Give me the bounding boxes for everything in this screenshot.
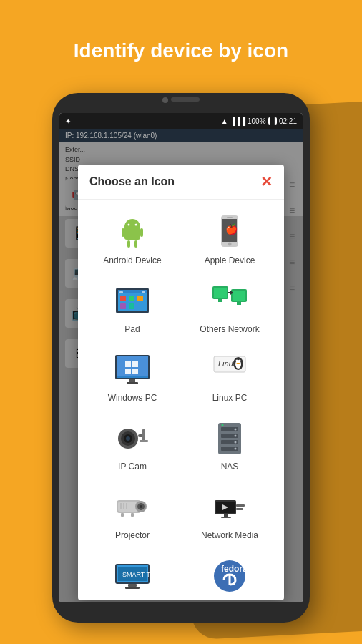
- svg-point-64: [235, 448, 237, 450]
- svg-rect-39: [117, 376, 148, 378]
- svg-rect-27: [218, 299, 222, 302]
- phone-screen: ✦ ▲ ▐▐▐ 100% █ 02:21 IP: 192.168.1.105/2…: [59, 113, 303, 602]
- phone-speaker: [171, 97, 200, 102]
- front-camera: [162, 97, 168, 103]
- svg-point-12: [228, 243, 232, 246]
- svg-rect-24: [129, 303, 134, 309]
- ipcam-icon: [114, 420, 151, 457]
- svg-rect-38: [132, 369, 138, 374]
- android-icon: [114, 214, 151, 251]
- wifi-icon: ▲: [221, 117, 228, 125]
- svg-rect-74: [121, 513, 124, 517]
- svg-point-60: [235, 435, 237, 437]
- svg-rect-1: [124, 227, 140, 240]
- svg-rect-9: [134, 240, 137, 248]
- svg-point-58: [235, 429, 237, 431]
- android-label: Android Device: [103, 255, 161, 265]
- netmedia-icon: [211, 489, 248, 526]
- svg-rect-7: [140, 228, 143, 237]
- svg-rect-6: [122, 228, 124, 237]
- svg-rect-23: [120, 303, 126, 309]
- signal-icon: ▐▐▐: [230, 117, 245, 125]
- icon-item-smarttv[interactable]: SMART TV Smart TV: [84, 549, 181, 600]
- svg-text:🍎: 🍎: [225, 223, 238, 235]
- icon-item-fedora[interactable]: fedora Fefora: [181, 549, 278, 600]
- icon-item-projector[interactable]: Projector: [84, 480, 181, 549]
- battery-bar: █: [268, 117, 277, 125]
- svg-point-65: [222, 424, 224, 426]
- projector-icon: [114, 489, 151, 526]
- windows-icon: [114, 351, 151, 389]
- projector-label: Projector: [115, 530, 150, 540]
- smarttv-icon: SMART TV: [114, 557, 151, 595]
- windows-label: Windows PC: [108, 393, 157, 403]
- svg-rect-22: [137, 296, 143, 301]
- icon-item-nas[interactable]: NAS: [181, 411, 278, 480]
- phone-shell: ✦ ▲ ▐▐▐ 100% █ 02:21 IP: 192.168.1.105/2…: [52, 93, 310, 623]
- svg-rect-75: [131, 513, 134, 517]
- icon-item-ipcam[interactable]: IP Cam: [84, 411, 181, 480]
- pad-icon: [114, 283, 151, 320]
- svg-rect-30: [237, 302, 241, 305]
- svg-rect-26: [214, 288, 227, 298]
- nas-icon: [211, 420, 248, 457]
- svg-rect-37: [125, 369, 131, 374]
- icon-item-apple[interactable]: 🍎 Apple Device: [181, 205, 278, 274]
- icon-item-pad[interactable]: Pad: [84, 274, 181, 343]
- linux-label: Linux PC: [212, 393, 248, 403]
- svg-rect-8: [127, 240, 130, 248]
- apple-icon: 🍎: [211, 214, 248, 251]
- svg-text:SMART TV: SMART TV: [122, 571, 151, 578]
- linux-icon: Linux: [211, 351, 248, 389]
- others-icon: [211, 283, 248, 320]
- svg-rect-87: [128, 584, 137, 587]
- time-display: 02:21: [279, 117, 297, 125]
- icon-item-android[interactable]: Android Device: [84, 205, 181, 274]
- svg-rect-55: [140, 440, 148, 442]
- icon-item-others[interactable]: Others Network: [181, 274, 278, 343]
- status-bar: ✦ ▲ ▐▐▐ 100% █ 02:21: [59, 113, 303, 129]
- svg-rect-18: [119, 291, 123, 293]
- fedora-icon: fedora: [211, 557, 248, 595]
- ipcam-label: IP Cam: [118, 462, 147, 472]
- fedora-label: Fefora: [217, 599, 243, 600]
- battery-indicator: 100%: [248, 117, 266, 125]
- smarttv-label: Smart TV: [114, 599, 150, 600]
- svg-point-46: [236, 360, 238, 362]
- netmedia-label: Network Media: [201, 530, 258, 540]
- icon-grid: Android Device: [78, 200, 284, 600]
- svg-rect-88: [125, 587, 140, 589]
- bluetooth-icon: ✦: [65, 117, 71, 125]
- svg-rect-82: [221, 517, 231, 518]
- app-background: IP: 192.168.1.105/24 (wlan0) Exter... SS…: [59, 129, 303, 602]
- dialog-header: Choose an Icon ✕: [78, 165, 284, 200]
- icon-item-linux[interactable]: Linux Linux PC: [181, 343, 278, 411]
- svg-rect-79: [236, 504, 245, 507]
- svg-rect-20: [120, 296, 126, 301]
- others-label: Others Network: [200, 324, 259, 334]
- svg-rect-19: [142, 291, 145, 293]
- svg-point-62: [235, 441, 237, 444]
- apple-label: Apple Device: [205, 255, 255, 265]
- svg-point-47: [239, 360, 241, 362]
- svg-rect-21: [129, 296, 134, 301]
- svg-rect-36: [132, 361, 138, 367]
- svg-rect-54: [142, 429, 145, 441]
- svg-point-52: [126, 436, 130, 441]
- dialog-title: Choose an Icon: [89, 175, 175, 188]
- svg-rect-41: [127, 382, 138, 384]
- dialog-close-button[interactable]: ✕: [260, 173, 273, 190]
- svg-rect-13: [227, 217, 233, 218]
- icon-item-windows[interactable]: Windows PC: [84, 343, 181, 411]
- page-title: Identify device by icon: [0, 39, 362, 62]
- dialog-overlay: Choose an Icon ✕: [59, 129, 303, 602]
- status-icons: ▲ ▐▐▐ 100% █ 02:21: [221, 117, 297, 125]
- svg-text:fedora: fedora: [221, 564, 248, 574]
- svg-rect-29: [233, 291, 245, 301]
- icon-item-netmedia[interactable]: Network Media: [181, 480, 278, 549]
- svg-rect-35: [125, 361, 131, 367]
- choose-icon-dialog: Choose an Icon ✕: [78, 165, 284, 600]
- svg-rect-80: [236, 508, 243, 510]
- phone-top: [52, 93, 310, 106]
- pad-label: Pad: [124, 324, 140, 334]
